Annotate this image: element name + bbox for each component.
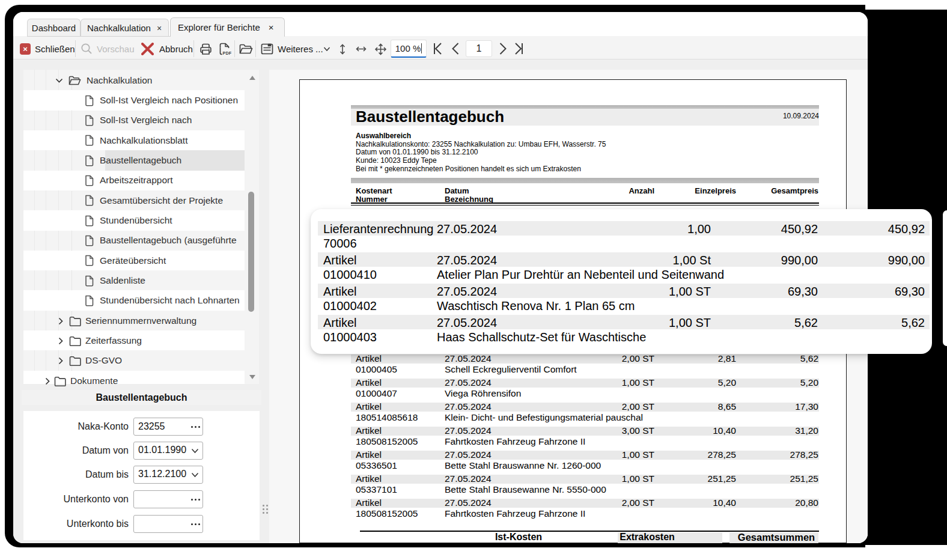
svg-text:PDF: PDF: [223, 51, 232, 55]
